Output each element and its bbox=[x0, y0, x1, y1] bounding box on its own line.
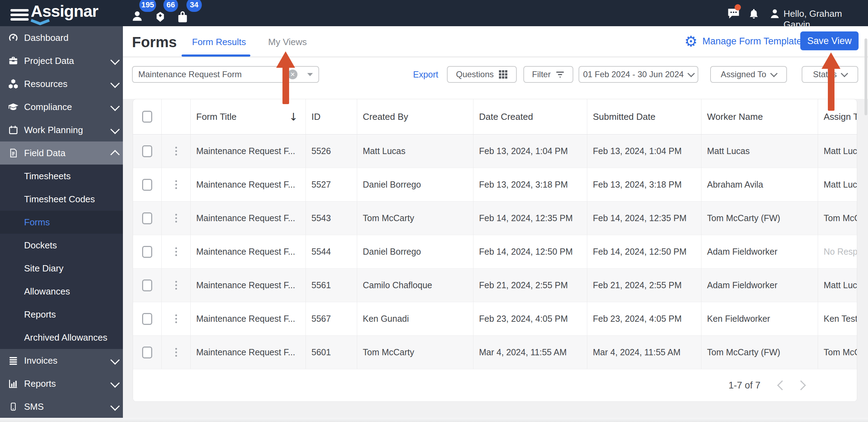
row-actions-kebab-icon[interactable] bbox=[175, 348, 177, 357]
sidebar-item-label: Work Planning bbox=[24, 125, 83, 136]
sidebar-item-site-diary[interactable]: Site Diary bbox=[0, 257, 123, 280]
cell-assign-to: Matt Lucas bbox=[818, 134, 857, 168]
row-actions-kebab-icon[interactable] bbox=[175, 247, 177, 256]
cell-submitted-date: Feb 23, 2024, 4:05 PM bbox=[587, 302, 701, 335]
row-actions-kebab-icon[interactable] bbox=[175, 147, 177, 155]
column-header-form-title[interactable]: Form Title ↓ bbox=[190, 99, 306, 134]
cell-worker-name: Matt Lucas bbox=[701, 134, 818, 168]
chevron-down-icon bbox=[110, 102, 120, 111]
sidebar-item-work-planning[interactable]: Work Planning bbox=[0, 118, 123, 141]
sidebar-item-reports-sub[interactable]: Reports bbox=[0, 303, 123, 326]
sort-descending-icon[interactable]: ↓ bbox=[289, 111, 298, 123]
jobs-count-badge[interactable]: 34 bbox=[186, 0, 202, 12]
row-actions-kebab-icon[interactable] bbox=[175, 314, 177, 323]
table-row[interactable]: Maintenance Request F... 5561 Camilo Cha… bbox=[133, 269, 857, 302]
notifications-bell-icon[interactable] bbox=[748, 8, 760, 20]
column-header-worker-name[interactable]: Worker Name bbox=[701, 99, 818, 134]
cell-assign-to: Tom McCarty bbox=[818, 202, 857, 235]
cell-form-title[interactable]: Maintenance Request F... bbox=[190, 269, 306, 302]
cell-form-title[interactable]: Maintenance Request F... bbox=[190, 235, 306, 268]
table-row[interactable]: Maintenance Request F... 5543 Tom McCart… bbox=[133, 202, 857, 235]
sidebar-item-project-data[interactable]: Project Data bbox=[0, 49, 123, 72]
cell-form-title[interactable]: Maintenance Request F... bbox=[190, 168, 306, 201]
cell-form-title[interactable]: Maintenance Request F... bbox=[190, 336, 306, 369]
chevron-down-icon bbox=[110, 125, 120, 134]
sidebar-item-label: SMS bbox=[24, 401, 44, 412]
cell-date-created: Feb 23, 2024, 4:05 PM bbox=[473, 302, 587, 335]
select-all-checkbox[interactable] bbox=[142, 111, 152, 123]
sidebar-item-label: Project Data bbox=[24, 56, 74, 66]
sidebar-item-resources[interactable]: Resources bbox=[0, 72, 123, 95]
previous-page-icon[interactable] bbox=[777, 380, 787, 390]
sidebar-item-invoices[interactable]: Invoices bbox=[0, 349, 123, 372]
row-checkbox[interactable] bbox=[142, 145, 152, 157]
hamburger-menu-icon[interactable] bbox=[10, 9, 29, 21]
app-logo: Assignar bbox=[31, 1, 98, 21]
cell-assign-to: Tom McCarty bbox=[818, 336, 857, 369]
assets-count-icon[interactable] bbox=[154, 10, 167, 24]
page-header: Forms Form Results My Views ⚙ Manage For… bbox=[123, 26, 868, 99]
column-header-date-created[interactable]: Date Created bbox=[473, 99, 587, 134]
table-row[interactable]: Maintenance Request F... 5544 Daniel Bor… bbox=[133, 235, 857, 269]
column-header-created-by[interactable]: Created By bbox=[357, 99, 473, 134]
sidebar-item-timesheets[interactable]: Timesheets bbox=[0, 165, 123, 188]
manage-form-templates-label: Manage Form Templates bbox=[703, 36, 807, 47]
cell-form-title[interactable]: Maintenance Request F... bbox=[190, 202, 306, 235]
workers-count-badge[interactable]: 195 bbox=[139, 0, 156, 12]
sidebar-item-allowances[interactable]: Allowances bbox=[0, 280, 123, 303]
table-row[interactable]: Maintenance Request F... 5567 Ken Gunadi… bbox=[133, 302, 857, 336]
row-checkbox[interactable] bbox=[142, 179, 152, 191]
column-header-submitted-date[interactable]: Submitted Date bbox=[587, 99, 701, 134]
tab-my-views[interactable]: My Views bbox=[268, 37, 307, 48]
sidebar-item-field-data[interactable]: Field Data bbox=[0, 141, 123, 165]
top-bar: Assignar 195 66 34 Hello, Graham Garvin bbox=[0, 0, 868, 26]
sidebar-item-forms[interactable]: Forms bbox=[0, 211, 123, 234]
row-checkbox[interactable] bbox=[142, 313, 152, 325]
sidebar-item-compliance[interactable]: Compliance bbox=[0, 95, 123, 118]
row-checkbox[interactable] bbox=[142, 347, 152, 358]
jobs-count-icon[interactable] bbox=[175, 9, 190, 24]
table-row[interactable]: Maintenance Request F... 5527 Daniel Bor… bbox=[133, 168, 857, 202]
manage-form-templates-link[interactable]: ⚙ Manage Form Templates bbox=[684, 26, 807, 57]
row-checkbox[interactable] bbox=[142, 279, 152, 291]
tab-form-results[interactable]: Form Results bbox=[192, 37, 246, 48]
export-link[interactable]: Export bbox=[413, 66, 438, 83]
date-range-select[interactable]: 01 Feb 2024 - 30 Jun 2024 bbox=[579, 66, 698, 83]
row-actions-kebab-icon[interactable] bbox=[175, 281, 177, 290]
row-actions-kebab-icon[interactable] bbox=[175, 214, 177, 223]
save-view-button[interactable]: Save View bbox=[800, 31, 859, 50]
column-header-id[interactable]: ID bbox=[306, 99, 357, 134]
sidebar-item-label: Timesheet Codes bbox=[24, 194, 95, 205]
cell-assign-to: Ken Tester bbox=[818, 302, 857, 335]
pagination-range-label: 1-7 of 7 bbox=[728, 380, 760, 391]
chevron-down-icon bbox=[687, 70, 695, 77]
sidebar-item-timesheet-codes[interactable]: Timesheet Codes bbox=[0, 188, 123, 211]
cell-id: 5527 bbox=[306, 168, 357, 201]
row-actions-kebab-icon[interactable] bbox=[175, 180, 177, 189]
annotation-arrow-save-view bbox=[822, 52, 840, 111]
questions-button[interactable]: Questions bbox=[447, 66, 517, 83]
sidebar-item-dashboard[interactable]: Dashboard bbox=[0, 26, 123, 49]
sidebar-item-sms[interactable]: SMS bbox=[0, 395, 123, 418]
logo-chevron-icon bbox=[29, 19, 51, 25]
sidebar-item-archived-allowances[interactable]: Archived Allowances bbox=[0, 326, 123, 349]
next-page-icon[interactable] bbox=[796, 380, 806, 390]
sidebar-item-dockets[interactable]: Dockets bbox=[0, 234, 123, 257]
cell-form-title[interactable]: Maintenance Request F... bbox=[190, 302, 306, 335]
table-row[interactable]: Maintenance Request F... 5601 Tom McCart… bbox=[133, 336, 857, 369]
window-scrollbar[interactable] bbox=[865, 38, 867, 115]
row-checkbox[interactable] bbox=[142, 212, 152, 224]
user-greeting[interactable]: Hello, Graham Garvin bbox=[784, 8, 868, 30]
row-checkbox[interactable] bbox=[142, 246, 152, 258]
table-row[interactable]: Maintenance Request F... 5526 Matt Lucas… bbox=[133, 134, 857, 168]
cell-id: 5543 bbox=[306, 202, 357, 235]
workers-count-icon[interactable] bbox=[131, 9, 144, 23]
cell-form-title[interactable]: Maintenance Request F... bbox=[190, 134, 306, 168]
assigned-to-select[interactable]: Assigned To bbox=[710, 66, 787, 83]
sidebar-item-reports[interactable]: Reports bbox=[0, 372, 123, 395]
user-profile-icon[interactable] bbox=[769, 8, 781, 20]
actions-column-header bbox=[161, 99, 190, 134]
filter-button[interactable]: Filter bbox=[523, 66, 573, 83]
sidebar-item-label: Reports bbox=[24, 378, 56, 389]
cell-submitted-date: Feb 14, 2024, 12:50 PM bbox=[587, 235, 701, 268]
